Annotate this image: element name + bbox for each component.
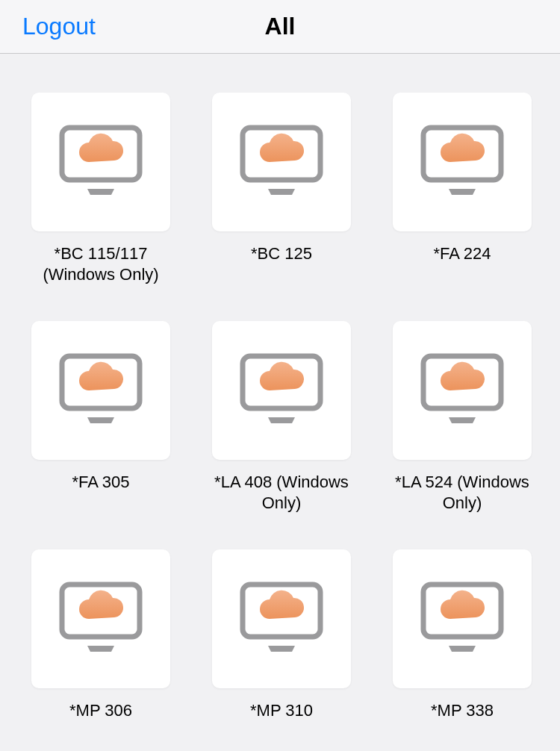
cloud-monitor-icon (420, 582, 504, 656)
desktop-item[interactable]: *LA 524 (Windows Only) (393, 321, 532, 514)
desktop-item-card (31, 549, 170, 688)
desktop-item[interactable]: *MP 306 (31, 549, 170, 721)
desktop-item[interactable]: *BC 125 (212, 93, 351, 285)
desktop-item-card (393, 93, 532, 231)
desktop-item-label: *BC 125 (251, 243, 312, 264)
desktop-item-card (212, 549, 351, 688)
desktop-item-card (393, 549, 532, 688)
cloud-monitor-icon (420, 353, 504, 428)
desktop-item[interactable]: *BC 115/117 (Windows Only) (31, 93, 170, 285)
desktop-item-label: *MP 306 (69, 700, 132, 721)
desktop-grid: *BC 115/117 (Windows Only) (0, 54, 560, 721)
desktop-item-label: *LA 408 (Windows Only) (212, 472, 351, 514)
cloud-monitor-icon (240, 125, 323, 199)
desktop-item-card (212, 93, 351, 231)
cloud-monitor-icon (420, 125, 504, 199)
header-bar: Logout All (0, 0, 560, 54)
cloud-monitor-icon (59, 582, 143, 656)
desktop-item[interactable]: *FA 305 (31, 321, 170, 514)
cloud-monitor-icon (59, 353, 143, 428)
logout-button[interactable]: Logout (0, 13, 96, 40)
desktop-item-card (212, 321, 351, 460)
desktop-item-card (31, 93, 170, 231)
cloud-monitor-icon (240, 582, 323, 656)
desktop-item-card (393, 321, 532, 460)
desktop-item[interactable]: *MP 310 (212, 549, 351, 721)
desktop-item-card (31, 321, 170, 460)
cloud-monitor-icon (240, 353, 323, 428)
desktop-item-label: *FA 224 (433, 243, 491, 264)
desktop-item-label: *MP 310 (250, 700, 313, 721)
desktop-item-label: *MP 338 (431, 700, 494, 721)
desktop-item-label: *LA 524 (Windows Only) (393, 472, 532, 514)
cloud-monitor-icon (59, 125, 143, 199)
desktop-item[interactable]: *FA 224 (393, 93, 532, 285)
desktop-item-label: *FA 305 (72, 472, 129, 493)
desktop-item-label: *BC 115/117 (Windows Only) (31, 243, 170, 285)
desktop-item[interactable]: *LA 408 (Windows Only) (212, 321, 351, 514)
desktop-item[interactable]: *MP 338 (393, 549, 532, 721)
